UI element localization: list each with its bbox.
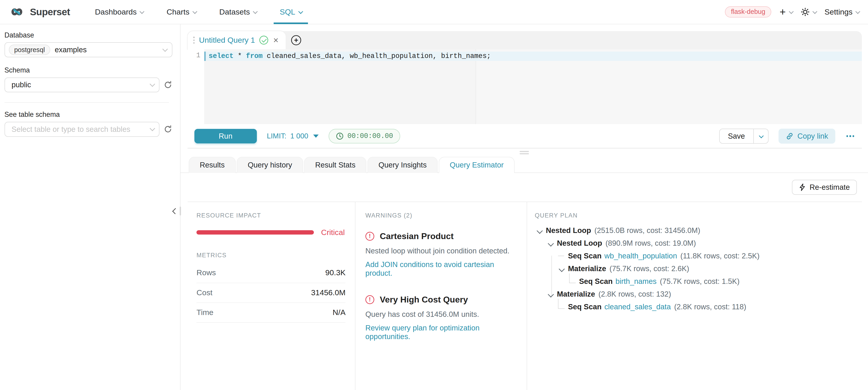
- query-plan-tree: Nested Loop (2515.0B rows, cost: 31456.0…: [535, 224, 862, 313]
- drag-handle-icon[interactable]: [193, 37, 195, 43]
- clock-icon: [336, 132, 344, 140]
- settings-menu[interactable]: Settings: [825, 7, 859, 17]
- impact-level-badge: Critical: [321, 228, 345, 237]
- line-number: 1: [196, 52, 200, 59]
- query-plan-node[interactable]: Materialize (75.7K rows, cost: 2.6K): [535, 262, 862, 275]
- editor-main: Untitled Query 1 × + 1 select * from cle…: [181, 24, 868, 390]
- warning-suggestion-link[interactable]: Add JOIN conditions to avoid cartesian p…: [365, 260, 517, 277]
- tab-result-stats[interactable]: Result Stats: [304, 157, 366, 173]
- query-plan-node[interactable]: Seq Scan birth_names (75.7K rows, cost: …: [535, 275, 862, 288]
- query-plan-node[interactable]: Materialize (2.8K rows, cost: 132): [535, 288, 862, 300]
- run-query-button[interactable]: Run: [194, 129, 257, 143]
- save-options-button[interactable]: [753, 129, 768, 143]
- query-saved-check-icon: [259, 36, 268, 44]
- metric-label: Time: [196, 308, 214, 317]
- nav-item-charts[interactable]: Charts: [155, 0, 208, 24]
- query-tabstrip: Untitled Query 1 × +: [188, 31, 862, 49]
- caret-down-icon: [535, 224, 546, 237]
- impact-progress-bar: [196, 230, 314, 235]
- warning-item: ! Very High Cost Query Query has cost of…: [365, 295, 517, 341]
- new-query-tab-button[interactable]: +: [286, 31, 307, 49]
- nav-item-sql[interactable]: SQL: [268, 0, 314, 24]
- brand-name: Superset: [30, 6, 70, 18]
- warning-circle-icon: !: [365, 232, 374, 241]
- plan-node-name: Nested Loop: [557, 239, 602, 247]
- table-select[interactable]: Select table or type to search tables: [4, 122, 160, 137]
- metric-value: 90.3K: [325, 268, 345, 277]
- save-button[interactable]: Save: [720, 129, 753, 143]
- more-actions-button[interactable]: [845, 133, 855, 139]
- query-plan-title: QUERY PLAN: [535, 212, 862, 219]
- sql-keyword: from: [246, 52, 262, 60]
- refresh-schemas-icon[interactable]: [163, 81, 173, 89]
- sql-keyword: select: [209, 52, 234, 60]
- refresh-tables-icon[interactable]: [163, 125, 173, 133]
- limit-dropdown[interactable]: LIMIT: 1 000: [267, 132, 319, 140]
- plan-node-name: Nested Loop: [546, 226, 591, 235]
- lightning-icon: [799, 183, 806, 191]
- sql-lab-page: Superset Dashboards Charts Datasets SQL …: [0, 0, 868, 390]
- plan-node-name: Seq Scan: [579, 277, 613, 286]
- database-label: Database: [4, 31, 173, 39]
- query-plan-node[interactable]: Seq Scan wb_health_population (11.8K row…: [535, 249, 862, 262]
- query-plan-node[interactable]: Nested Loop (2515.0B rows, cost: 31456.0…: [535, 224, 862, 237]
- database-select[interactable]: postgresql examples: [4, 42, 173, 57]
- database-value: examples: [55, 46, 87, 54]
- sql-code-editor[interactable]: 1 select * from cleaned_sales_data, wb_h…: [188, 49, 862, 124]
- warning-suggestion-link[interactable]: Review query plan for optimization oppor…: [365, 324, 517, 341]
- warnings-section: WARNINGS (2) ! Cartesian Product Nested …: [355, 202, 527, 390]
- tab-query-estimator[interactable]: Query Estimator: [439, 157, 515, 173]
- plan-node-table-link[interactable]: birth_names: [616, 277, 657, 286]
- metric-row: Rows 90.3K: [196, 263, 345, 283]
- metric-value: 31456.0M: [311, 288, 346, 297]
- sun-icon: [801, 7, 810, 17]
- results-tabbar: ResultsQuery historyResult StatsQuery In…: [181, 157, 868, 173]
- schema-value: public: [7, 81, 31, 89]
- tab-query-insights[interactable]: Query Insights: [368, 157, 438, 173]
- editor-code-area[interactable]: select * from cleaned_sales_data, wb_hea…: [204, 49, 862, 124]
- superset-logo[interactable]: Superset: [8, 5, 70, 19]
- chevron-down-icon: [813, 9, 817, 14]
- nav-item-datasets[interactable]: Datasets: [208, 0, 268, 24]
- chevron-down-icon: [789, 9, 794, 14]
- plus-circle-icon: +: [291, 35, 301, 45]
- nav-item-dashboards[interactable]: Dashboards: [83, 0, 155, 24]
- chevron-down-icon: [140, 9, 145, 14]
- limit-label: LIMIT:: [267, 132, 286, 140]
- collapse-sidebar-button[interactable]: [172, 205, 181, 217]
- reestimate-button[interactable]: Re-estimate: [792, 180, 857, 195]
- plan-node-detail: (2.8K rows, cost: 132): [598, 290, 671, 298]
- pane-resize-handle[interactable]: [181, 148, 868, 157]
- query-plan-node[interactable]: Nested Loop (890.9M rows, cost: 19.0M): [535, 237, 862, 249]
- tab-results[interactable]: Results: [189, 157, 236, 173]
- plan-node-detail: (75.7K rows, cost: 2.6K): [610, 264, 689, 273]
- navbar-right: flask-debug + Settings: [725, 6, 859, 18]
- navbar: Superset Dashboards Charts Datasets SQL …: [0, 0, 868, 24]
- link-icon: [786, 132, 794, 140]
- plan-node-table-link[interactable]: wb_health_population: [604, 251, 677, 260]
- results-panel: ResultsQuery historyResult StatsQuery In…: [181, 157, 868, 390]
- plan-node-table-link[interactable]: cleaned_sales_data: [604, 302, 671, 311]
- copy-link-button[interactable]: Copy link: [778, 129, 835, 144]
- schema-select[interactable]: public: [4, 78, 160, 92]
- plan-node-name: Materialize: [557, 290, 595, 298]
- query-tab[interactable]: Untitled Query 1 ×: [188, 31, 285, 49]
- workspace: Database postgresql examples Schema publ…: [0, 24, 868, 390]
- plan-node-detail: (75.7K rows, cost: 1.5K): [660, 277, 740, 286]
- new-item-menu[interactable]: +: [780, 7, 793, 17]
- close-tab-icon[interactable]: ×: [273, 36, 279, 44]
- table-select-placeholder: Select table or type to search tables: [7, 125, 130, 133]
- metrics-list: Rows 90.3K Cost 31456.0M Time N/A: [196, 263, 345, 323]
- estimator-columns: RESOURCE IMPACT Critical METRICS Rows 90…: [188, 202, 862, 390]
- theme-menu[interactable]: [801, 7, 816, 17]
- query-plan-node[interactable]: Seq Scan cleaned_sales_data (2.8K rows, …: [535, 300, 862, 313]
- warning-description: Query has cost of 31456.0M units.: [365, 310, 517, 319]
- tab-query-history[interactable]: Query history: [237, 157, 303, 173]
- caret-down-icon: [546, 288, 557, 300]
- warning-circle-icon: !: [365, 295, 374, 304]
- metric-row: Cost 31456.0M: [196, 283, 345, 303]
- metrics-title: METRICS: [196, 252, 345, 259]
- settings-label: Settings: [825, 7, 852, 17]
- query-timer: 00:00:00.00: [329, 129, 400, 143]
- resource-impact-title: RESOURCE IMPACT: [196, 212, 345, 219]
